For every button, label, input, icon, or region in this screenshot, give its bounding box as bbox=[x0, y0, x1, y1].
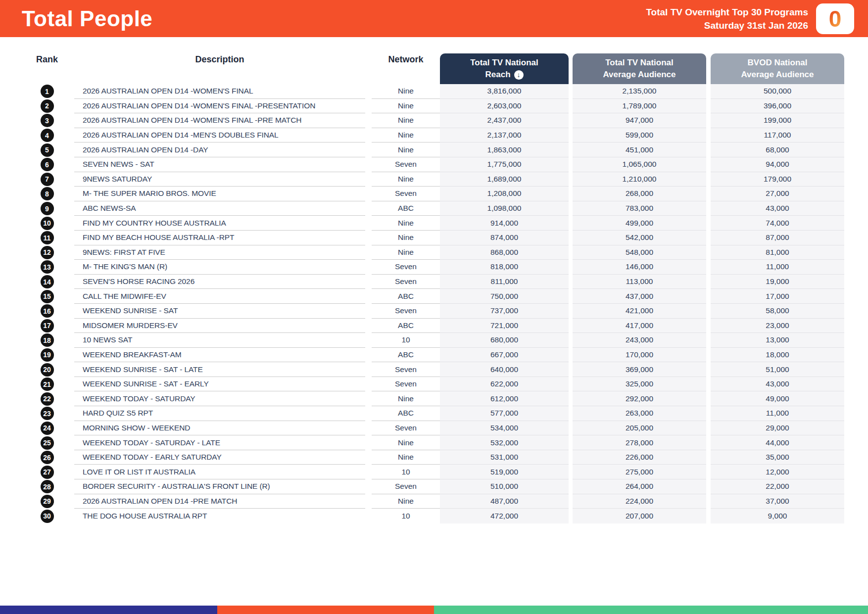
avg-audience-cell: 224,000 bbox=[573, 494, 706, 509]
bvod-cell: 179,000 bbox=[711, 172, 844, 187]
reach-cell: 680,000 bbox=[440, 333, 569, 348]
network-cell: Seven bbox=[372, 479, 440, 494]
network-cell: Nine bbox=[372, 450, 440, 465]
bvod-cell: 81,000 bbox=[711, 245, 844, 260]
table-row: 20 WEEKEND SUNRISE - SAT - LATE Seven 64… bbox=[20, 362, 844, 377]
reach-header-line1: Total TV National bbox=[470, 57, 538, 69]
program-description: SEVEN'S HORSE RACING 2026 bbox=[74, 275, 365, 289]
page-title: Total People bbox=[0, 6, 152, 31]
avg-audience-cell: 599,000 bbox=[573, 128, 706, 143]
sort-descending-icon[interactable]: ↓ bbox=[514, 70, 524, 80]
avg-audience-cell: 243,000 bbox=[573, 333, 706, 348]
avg-audience-cell: 146,000 bbox=[573, 260, 706, 275]
reach-cell: 2,137,000 bbox=[440, 128, 569, 143]
bvod-cell: 29,000 bbox=[711, 421, 844, 436]
avg-audience-cell: 207,000 bbox=[573, 509, 706, 523]
bvod-cell: 49,000 bbox=[711, 391, 844, 406]
program-description: 2026 AUSTRALIAN OPEN D14 -DAY bbox=[74, 142, 365, 157]
network-cell: Nine bbox=[372, 216, 440, 231]
reach-cell: 818,000 bbox=[440, 260, 569, 275]
table-row: 29 2026 AUSTRALIAN OPEN D14 -PRE MATCH N… bbox=[20, 494, 844, 509]
reach-cell: 737,000 bbox=[440, 304, 569, 319]
rank-badge: 1 bbox=[41, 85, 54, 98]
avg-audience-cell: 113,000 bbox=[573, 275, 706, 289]
column-header-total-tv-reach[interactable]: Total TV National Reach ↓ bbox=[440, 53, 569, 84]
program-description: 9NEWS: FIRST AT FIVE bbox=[74, 245, 365, 260]
reach-cell: 1,863,000 bbox=[440, 142, 569, 157]
footer-stripe-green bbox=[434, 606, 868, 614]
table-row: 25 WEEKEND TODAY - SATURDAY - LATE Nine … bbox=[20, 435, 844, 450]
avg-audience-cell: 542,000 bbox=[573, 231, 706, 245]
bvod-cell: 35,000 bbox=[711, 450, 844, 465]
network-cell: ABC bbox=[372, 319, 440, 333]
table-row: 22 WEEKEND TODAY - SATURDAY Nine 612,000… bbox=[20, 391, 844, 406]
table-row: 11 FIND MY BEACH HOUSE AUSTRALIA -RPT Ni… bbox=[20, 231, 844, 245]
program-description: ABC NEWS-SA bbox=[74, 201, 365, 216]
bvod-cell: 74,000 bbox=[711, 216, 844, 231]
table-row: 16 WEEKEND SUNRISE - SAT Seven 737,000 4… bbox=[20, 304, 844, 319]
rank-badge: 27 bbox=[41, 466, 54, 479]
program-description: MORNING SHOW - WEEKEND bbox=[74, 421, 365, 436]
reach-cell: 1,208,000 bbox=[440, 187, 569, 201]
reach-cell: 1,098,000 bbox=[440, 201, 569, 216]
rank-badge: 2 bbox=[41, 99, 54, 113]
network-cell: Nine bbox=[372, 113, 440, 128]
avg-audience-cell: 292,000 bbox=[573, 391, 706, 406]
network-cell: Seven bbox=[372, 362, 440, 377]
bvod-cell: 94,000 bbox=[711, 157, 844, 172]
program-description: M- THE KING'S MAN (R) bbox=[74, 260, 365, 275]
reach-cell: 874,000 bbox=[440, 231, 569, 245]
column-header-bvod-average-audience: BVOD National Average Audience bbox=[711, 53, 844, 84]
rank-badge: 24 bbox=[41, 422, 54, 435]
reach-cell: 3,816,000 bbox=[440, 84, 569, 99]
bvod-cell: 58,000 bbox=[711, 304, 844, 319]
program-description: WEEKEND TODAY - EARLY SATURDAY bbox=[74, 450, 365, 465]
table-row: 8 M- THE SUPER MARIO BROS. MOVIE Seven 1… bbox=[20, 187, 844, 201]
network-cell: Nine bbox=[372, 84, 440, 99]
table-row: 7 9NEWS SATURDAY Nine 1,689,000 1,210,00… bbox=[20, 172, 844, 187]
table-row: 1 2026 AUSTRALIAN OPEN D14 -WOMEN'S FINA… bbox=[20, 84, 844, 99]
avg-audience-cell: 1,789,000 bbox=[573, 99, 706, 114]
rank-badge: 28 bbox=[41, 480, 54, 493]
report-subtitle-line2: Saturday 31st Jan 2026 bbox=[646, 19, 808, 32]
avg-audience-cell: 1,210,000 bbox=[573, 172, 706, 187]
reach-cell: 612,000 bbox=[440, 391, 569, 406]
bvod-cell: 43,000 bbox=[711, 201, 844, 216]
footer-stripe-bar bbox=[0, 606, 868, 614]
network-cell: Nine bbox=[372, 494, 440, 509]
bvod-cell: 18,000 bbox=[711, 348, 844, 363]
reach-cell: 532,000 bbox=[440, 435, 569, 450]
bvod-cell: 500,000 bbox=[711, 84, 844, 99]
bvod-cell: 22,000 bbox=[711, 479, 844, 494]
rank-badge: 25 bbox=[41, 436, 54, 450]
program-description: WEEKEND BREAKFAST-AM bbox=[74, 348, 365, 363]
program-description: 2026 AUSTRALIAN OPEN D14 -WOMEN'S FINAL bbox=[74, 84, 365, 99]
avg-audience-cell: 783,000 bbox=[573, 201, 706, 216]
rank-badge: 15 bbox=[41, 290, 54, 303]
rank-badge: 21 bbox=[41, 378, 54, 391]
bvod-cell: 9,000 bbox=[711, 509, 844, 523]
program-description: HARD QUIZ S5 RPT bbox=[74, 406, 365, 421]
rank-badge: 29 bbox=[41, 495, 54, 508]
bvod-cell: 37,000 bbox=[711, 494, 844, 509]
table-row: 18 10 NEWS SAT 10 680,000 243,000 13,000 bbox=[20, 333, 844, 348]
bvod-cell: 87,000 bbox=[711, 231, 844, 245]
reach-cell: 640,000 bbox=[440, 362, 569, 377]
report-page: Total People Total TV Overnight Top 30 P… bbox=[0, 0, 868, 614]
table-row: 14 SEVEN'S HORSE RACING 2026 Seven 811,0… bbox=[20, 275, 844, 289]
reach-cell: 914,000 bbox=[440, 216, 569, 231]
network-cell: Nine bbox=[372, 128, 440, 143]
network-cell: 10 bbox=[372, 509, 440, 523]
avg-audience-cell: 1,065,000 bbox=[573, 157, 706, 172]
network-cell: Nine bbox=[372, 142, 440, 157]
network-cell: Nine bbox=[372, 245, 440, 260]
table-row: 26 WEEKEND TODAY - EARLY SATURDAY Nine 5… bbox=[20, 450, 844, 465]
avg-audience-cell: 369,000 bbox=[573, 362, 706, 377]
table-row: 3 2026 AUSTRALIAN OPEN D14 -WOMEN'S FINA… bbox=[20, 113, 844, 128]
reach-cell: 868,000 bbox=[440, 245, 569, 260]
bvod-cell: 27,000 bbox=[711, 187, 844, 201]
rank-badge: 8 bbox=[41, 187, 54, 200]
table-body: 1 2026 AUSTRALIAN OPEN D14 -WOMEN'S FINA… bbox=[20, 84, 844, 523]
avg-audience-cell: 275,000 bbox=[573, 465, 706, 479]
table-row: 9 ABC NEWS-SA ABC 1,098,000 783,000 43,0… bbox=[20, 201, 844, 216]
